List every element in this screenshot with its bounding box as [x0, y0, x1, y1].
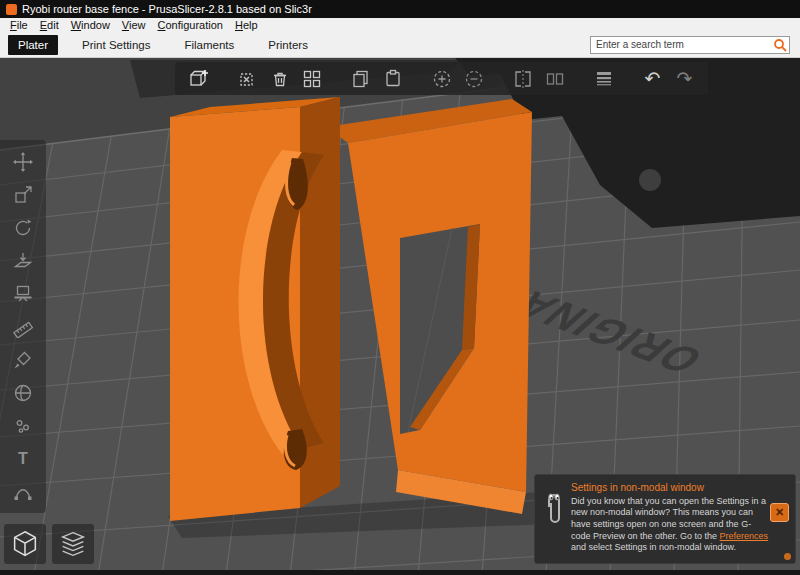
tab-print-settings[interactable]: Print Settings — [72, 35, 160, 55]
rotate-tool-button[interactable] — [8, 213, 38, 242]
mmu-painting-tool-button[interactable] — [8, 411, 38, 440]
notification-close-button[interactable]: ✕ — [770, 503, 789, 522]
scale-tool-button[interactable] — [8, 180, 38, 209]
add-instance-icon — [431, 68, 453, 90]
paint-supports-tool-button[interactable] — [8, 345, 38, 374]
notification-title: Settings in non-modal window — [571, 482, 769, 493]
split-objects-icon — [512, 68, 534, 90]
undo-icon: ↶ — [645, 69, 661, 88]
delete-object-button[interactable] — [234, 65, 261, 92]
delete-all-button[interactable] — [266, 65, 293, 92]
remove-instance-icon — [463, 68, 485, 90]
add-object-button[interactable] — [185, 65, 212, 92]
menu-view[interactable]: View — [116, 18, 152, 32]
trash-icon — [269, 68, 291, 90]
notification-toast: Settings in non-modal window Did you kno… — [534, 474, 796, 564]
window-title: Ryobi router base fence - PrusaSlicer-2.… — [22, 3, 312, 15]
viewport-3d[interactable]: ORIGINAL — [0, 58, 800, 570]
prusaslicer-window: Ryobi router base fence - PrusaSlicer-2.… — [0, 0, 800, 575]
menu-window[interactable]: Window — [65, 18, 116, 32]
arrange-button[interactable] — [298, 65, 325, 92]
menu-help[interactable]: Help — [229, 18, 264, 32]
place-on-face-tool-button[interactable] — [8, 246, 38, 275]
undo-button[interactable]: ↶ — [639, 65, 666, 92]
delete-object-icon — [237, 68, 259, 90]
redo-button[interactable]: ↷ — [671, 65, 698, 92]
tab-printers[interactable]: Printers — [258, 35, 318, 55]
left-toolbar: T — [0, 140, 46, 513]
search-box — [590, 36, 790, 54]
tab-filaments[interactable]: Filaments — [174, 35, 244, 55]
clippy-icon — [543, 491, 565, 531]
editor-3d-icon — [9, 528, 41, 560]
prusaslicer-app-icon — [6, 4, 17, 15]
sliced-preview-icon — [57, 528, 89, 560]
svg-shape-tool-button[interactable] — [8, 477, 38, 506]
view-toggle-preview[interactable] — [52, 524, 94, 564]
notification-body-text-after: and select Settings in non-modal window. — [571, 542, 736, 552]
variable-layer-height-button[interactable] — [590, 65, 617, 92]
split-to-parts-button[interactable] — [541, 65, 568, 92]
window-titlebar: Ryobi router base fence - PrusaSlicer-2.… — [0, 0, 800, 18]
split-parts-icon — [544, 68, 566, 90]
move-icon — [12, 151, 34, 173]
move-tool-button[interactable] — [8, 147, 38, 176]
rotate-icon — [12, 217, 34, 239]
status-bar — [0, 570, 800, 575]
menu-file[interactable]: File — [4, 18, 34, 32]
measure-tool-button[interactable] — [8, 312, 38, 341]
add-object-icon — [188, 68, 210, 90]
arrange-icon — [301, 68, 323, 90]
notification-settings-icon[interactable] — [784, 553, 791, 560]
copy-button[interactable] — [347, 65, 374, 92]
measure-icon — [12, 316, 34, 338]
emboss-text-icon: T — [18, 450, 28, 468]
redo-icon: ↷ — [677, 69, 693, 88]
preferences-link[interactable]: Preferences — [720, 531, 769, 541]
menu-edit[interactable]: Edit — [34, 18, 65, 32]
search-icon[interactable] — [773, 38, 787, 54]
split-to-objects-button[interactable] — [509, 65, 536, 92]
svg-shape-icon — [12, 481, 34, 503]
scale-icon — [12, 184, 34, 206]
place-on-face-icon — [12, 250, 34, 272]
menubar: File Edit Window View Configuration Help — [0, 18, 800, 32]
cut-icon — [12, 283, 34, 305]
top-toolbar: ↶ ↷ — [175, 62, 708, 95]
emboss-text-tool-button[interactable]: T — [8, 444, 38, 473]
notification-body: Did you know that you can open the Setti… — [571, 496, 769, 554]
mmu-paint-icon — [12, 415, 34, 437]
paste-button[interactable] — [379, 65, 406, 92]
add-instance-button[interactable] — [428, 65, 455, 92]
seam-icon — [12, 382, 34, 404]
view-toggle-editor[interactable] — [4, 524, 46, 564]
cut-tool-button[interactable] — [8, 279, 38, 308]
main-tabbar: Plater Print Settings Filaments Printers — [0, 32, 800, 58]
view-toggles — [4, 524, 94, 564]
seam-painting-tool-button[interactable] — [8, 378, 38, 407]
variable-layer-height-icon — [593, 68, 615, 90]
copy-icon — [350, 68, 372, 90]
search-input[interactable] — [590, 36, 790, 54]
remove-instance-button[interactable] — [460, 65, 487, 92]
paste-icon — [382, 68, 404, 90]
menu-configuration[interactable]: Configuration — [152, 18, 229, 32]
paint-brush-icon — [12, 349, 34, 371]
tab-plater[interactable]: Plater — [8, 35, 58, 55]
